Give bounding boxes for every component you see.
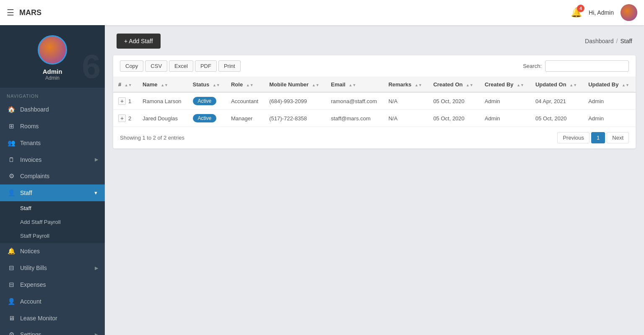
col-name[interactable]: Name ▲▼ bbox=[138, 77, 187, 92]
sidebar-item-label: Expenses bbox=[20, 281, 98, 288]
sidebar-item-settings[interactable]: ⚙ Settings ▶ bbox=[0, 326, 105, 335]
sidebar-item-label: Tenants bbox=[20, 140, 98, 146]
table-toolbar: Copy CSV Excel PDF Print Search: bbox=[113, 55, 636, 77]
sidebar-item-complaints[interactable]: ⚙ Complaints bbox=[0, 168, 105, 184]
cell-name: Ramona Larson bbox=[138, 92, 187, 110]
sidebar-item-expenses[interactable]: ⊟ Expenses bbox=[0, 276, 105, 293]
notices-icon: 🔔 bbox=[7, 247, 16, 255]
col-remarks[interactable]: Remarks ▲▼ bbox=[383, 77, 428, 92]
sidebar-item-notices[interactable]: 🔔 Notices bbox=[0, 243, 105, 260]
col-num[interactable]: # ▲▼ bbox=[113, 77, 138, 92]
expand-button[interactable]: + bbox=[118, 114, 126, 122]
sidebar-item-label: Invoices bbox=[20, 156, 95, 163]
topbar: ☰ MARS 🔔 4 Hi, Admin bbox=[0, 0, 644, 25]
chevron-right-icon: ▶ bbox=[95, 332, 98, 335]
sidebar-item-invoices[interactable]: 🗒 Invoices ▶ bbox=[0, 151, 105, 168]
avatar[interactable] bbox=[621, 4, 637, 21]
cell-updated-by: Admin bbox=[583, 110, 636, 127]
sidebar-subitem-add-staff-payroll[interactable]: Add Staff Payroll bbox=[0, 215, 105, 229]
sidebar-item-label: Rooms bbox=[20, 123, 98, 130]
cell-num: + 1 bbox=[113, 92, 138, 110]
pdf-button[interactable]: PDF bbox=[195, 60, 217, 72]
sidebar-subitem-staff[interactable]: Staff bbox=[0, 201, 105, 215]
expand-button[interactable]: + bbox=[118, 97, 126, 105]
sidebar-item-account[interactable]: 👤 Account bbox=[0, 293, 105, 310]
table-row: + 1 Ramona Larson Active Accountant (684… bbox=[113, 92, 636, 110]
sidebar-item-dashboard[interactable]: 🏠 Dashboard bbox=[0, 101, 105, 118]
expenses-icon: ⊟ bbox=[7, 281, 16, 288]
sidebar-item-tenants[interactable]: 👥 Tenants bbox=[0, 135, 105, 151]
sidebar-item-utility-bills[interactable]: ⊟ Utility Bills ▶ bbox=[0, 260, 105, 276]
cell-remarks: N/A bbox=[383, 92, 428, 110]
sidebar-item-label: Account bbox=[20, 298, 98, 305]
prev-button[interactable]: Previous bbox=[557, 132, 589, 143]
search-wrap: Search: bbox=[523, 60, 629, 72]
cell-email: ramona@staff.com bbox=[326, 92, 383, 110]
cell-role: Accountant bbox=[226, 92, 264, 110]
topbar-greeting: Hi, Admin bbox=[589, 9, 614, 16]
col-email[interactable]: Email ▲▼ bbox=[326, 77, 383, 92]
next-button[interactable]: Next bbox=[607, 132, 629, 143]
notification-bell[interactable]: 🔔 4 bbox=[571, 7, 582, 18]
sidebar-item-rooms[interactable]: ⊞ Rooms bbox=[0, 118, 105, 135]
home-icon: 🏠 bbox=[7, 106, 16, 113]
col-status[interactable]: Status ▲▼ bbox=[188, 77, 226, 92]
page-1-button[interactable]: 1 bbox=[591, 132, 605, 143]
settings-icon: ⚙ bbox=[7, 331, 16, 335]
notification-count: 4 bbox=[577, 5, 584, 12]
sidebar-item-label: Notices bbox=[20, 248, 98, 254]
app-logo: MARS bbox=[19, 8, 571, 17]
profile-role: Admin bbox=[45, 75, 60, 81]
cell-status: Active bbox=[188, 110, 226, 127]
table-footer: Showing 1 to 2 of 2 entries Previous 1 N… bbox=[113, 127, 636, 148]
sidebar-item-label: Complaints bbox=[20, 173, 98, 179]
sidebar-profile: Admin Admin 6 bbox=[0, 25, 105, 88]
rooms-icon: ⊞ bbox=[7, 122, 16, 130]
col-updated-by[interactable]: Updated By ▲▼ bbox=[583, 77, 636, 92]
sidebar: Admin Admin 6 Navigation 🏠 Dashboard ⊞ R… bbox=[0, 25, 105, 335]
entry-info: Showing 1 to 2 of 2 entries bbox=[120, 135, 184, 141]
complaints-icon: ⚙ bbox=[7, 172, 16, 180]
csv-button[interactable]: CSV bbox=[145, 60, 167, 72]
col-role[interactable]: Role ▲▼ bbox=[226, 77, 264, 92]
cell-mobile: (517)-722-8358 bbox=[264, 110, 326, 127]
excel-button[interactable]: Excel bbox=[169, 60, 193, 72]
profile-avatar bbox=[38, 35, 67, 65]
breadcrumb-parent[interactable]: Dashboard bbox=[585, 38, 614, 44]
col-updated-on[interactable]: Updated On ▲▼ bbox=[530, 77, 583, 92]
breadcrumb-separator: / bbox=[616, 38, 618, 44]
sidebar-item-staff[interactable]: 👤 Staff ▼ bbox=[0, 184, 105, 201]
profile-bg-num: 6 bbox=[82, 50, 101, 83]
sidebar-subitem-staff-payroll[interactable]: Staff Payroll bbox=[0, 229, 105, 243]
add-staff-button[interactable]: + Add Staff bbox=[117, 34, 161, 49]
avatar-image bbox=[621, 4, 637, 21]
col-created-on[interactable]: Created On ▲▼ bbox=[428, 77, 480, 92]
sidebar-item-label: Staff bbox=[20, 190, 93, 196]
utility-bills-icon: ⊟ bbox=[7, 264, 16, 272]
table-body: + 1 Ramona Larson Active Accountant (684… bbox=[113, 92, 636, 127]
col-mobile[interactable]: Mobile Number ▲▼ bbox=[264, 77, 326, 92]
sidebar-item-label: Utility Bills bbox=[20, 265, 95, 271]
cell-created-on: 05 Oct, 2020 bbox=[428, 110, 480, 127]
main-header: + Add Staff Dashboard / Staff bbox=[105, 25, 644, 55]
staff-submenu: Staff Add Staff Payroll Staff Payroll bbox=[0, 201, 105, 243]
menu-icon[interactable]: ☰ bbox=[7, 8, 14, 18]
main-content: + Add Staff Dashboard / Staff Copy CSV E… bbox=[105, 25, 644, 335]
col-created-by[interactable]: Created By ▲▼ bbox=[480, 77, 530, 92]
sidebar-item-label: Lease Monitor bbox=[20, 315, 98, 322]
cell-name: Jared Douglas bbox=[138, 110, 187, 127]
cell-num: + 2 bbox=[113, 110, 138, 127]
sidebar-item-label: Settings bbox=[20, 331, 95, 335]
lease-monitor-icon: 🖥 bbox=[7, 314, 16, 322]
copy-button[interactable]: Copy bbox=[120, 60, 143, 72]
search-input[interactable] bbox=[545, 60, 629, 72]
nav-section-label: Navigation bbox=[0, 88, 105, 101]
table-row: + 2 Jared Douglas Active Manager (517)-7… bbox=[113, 110, 636, 127]
cell-updated-on: 04 Apr, 2021 bbox=[530, 92, 583, 110]
cell-created-by: Admin bbox=[480, 110, 530, 127]
print-button[interactable]: Print bbox=[218, 60, 241, 72]
account-icon: 👤 bbox=[7, 298, 16, 305]
sidebar-item-lease-monitor[interactable]: 🖥 Lease Monitor bbox=[0, 310, 105, 326]
cell-updated-on: 05 Oct, 2020 bbox=[530, 110, 583, 127]
tenants-icon: 👥 bbox=[7, 139, 16, 147]
